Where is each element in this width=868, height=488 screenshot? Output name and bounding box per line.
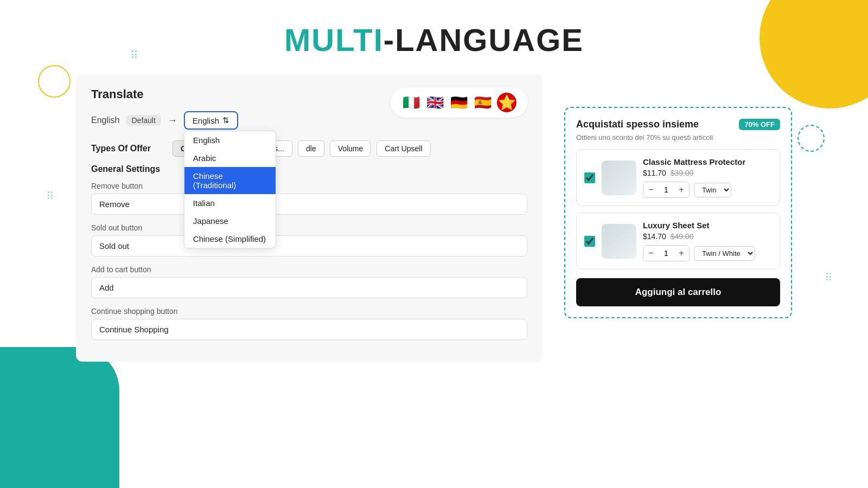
types-label: Types Of Offer: [91, 144, 167, 153]
product-2-controls: − 1 + Twin / White: [643, 245, 772, 261]
field-remove: Remove button: [91, 182, 527, 215]
dropdown-item-japanese[interactable]: Japanese: [184, 212, 276, 230]
field-remove-input[interactable]: [91, 194, 527, 215]
page-header: MULTI-LANGUAGE: [0, 0, 868, 69]
preview-title: Acquistati spesso insieme: [576, 119, 699, 130]
field-soldout-input[interactable]: [91, 235, 527, 256]
product-2-qty-control: − 1 +: [643, 245, 690, 261]
dropdown-item-italian[interactable]: Italian: [184, 194, 276, 212]
preview-subtitle: Ottieni uno sconto del 70% su questi art…: [576, 133, 780, 142]
title-black: -LANGUAGE: [384, 22, 584, 57]
lang-select-label: English: [193, 116, 219, 125]
default-badge: Default: [126, 115, 161, 126]
general-settings-title: General Settings: [91, 164, 527, 174]
product-2-name: Luxury Sheet Set: [643, 221, 772, 230]
tab-bundle[interactable]: dle: [298, 140, 324, 157]
field-continue-label: Continue shopping button: [91, 307, 527, 316]
dropdown-item-arabic[interactable]: Arabic: [184, 149, 276, 167]
product-2-qty-increase[interactable]: +: [674, 246, 689, 261]
product-2-info: Luxury Sheet Set $14.70 $49.00 − 1 + Twi…: [643, 221, 772, 261]
main-content: Translate 🇮🇹 🇬🇧 🇩🇪 🇪🇸 ⭐ English Default …: [0, 74, 868, 362]
lang-select-button[interactable]: English ⇅: [184, 111, 238, 130]
product-1-qty-increase[interactable]: +: [674, 182, 689, 197]
title-teal: MULTI: [284, 22, 384, 57]
translate-header: English Default → English ⇅ English Arab…: [91, 111, 527, 130]
field-soldout: Sold out button: [91, 223, 527, 256]
product-2-qty-value: 1: [659, 249, 674, 258]
product-1-qty-value: 1: [659, 185, 674, 194]
tab-volume[interactable]: Volume: [330, 140, 372, 157]
lang-dropdown: English Arabic Chinese (Traditional) Ita…: [184, 131, 276, 248]
product-1-qty-decrease[interactable]: −: [643, 182, 659, 197]
product-1-image: [602, 160, 636, 195]
page-title: MULTI-LANGUAGE: [284, 22, 584, 57]
product-2-image: [602, 224, 636, 259]
flag-german[interactable]: 🇩🇪: [449, 93, 469, 112]
tab-cart-upsell[interactable]: Cart Upsell: [376, 140, 430, 157]
product-card-1: Classic Mattress Protector $11.70 $39.00…: [576, 149, 780, 206]
product-2-checkbox[interactable]: [584, 236, 595, 247]
product-1-qty-control: − 1 +: [643, 182, 690, 198]
field-remove-label: Remove button: [91, 182, 527, 190]
chevron-up-down-icon: ⇅: [222, 115, 229, 125]
product-2-variant-select[interactable]: Twin / White: [694, 246, 755, 261]
lang-select-wrapper: English ⇅ English Arabic Chinese (Tradit…: [184, 111, 238, 130]
product-1-price: $11.70 $39.00: [643, 169, 772, 177]
translate-panel: Translate 🇮🇹 🇬🇧 🇩🇪 🇪🇸 ⭐ English Default …: [76, 74, 542, 362]
flag-english[interactable]: 🇬🇧: [425, 93, 445, 112]
dropdown-item-chinese-simplified[interactable]: Chinese (Simplified): [184, 230, 276, 248]
product-1-controls: − 1 + Twin: [643, 182, 772, 198]
field-continue-input[interactable]: [91, 319, 527, 340]
product-1-checkbox[interactable]: [584, 172, 595, 183]
product-card-2: Luxury Sheet Set $14.70 $49.00 − 1 + Twi…: [576, 213, 780, 269]
add-to-cart-button[interactable]: Aggiungi al carrello: [576, 278, 780, 306]
off-badge: 70% OFF: [739, 119, 780, 130]
product-2-original-price: $49.00: [671, 232, 694, 241]
field-addtocart-label: Add to cart button: [91, 265, 527, 274]
field-continue: Continue shopping button: [91, 307, 527, 340]
flag-italian[interactable]: 🇮🇹: [401, 93, 421, 112]
product-2-price: $14.70 $49.00: [643, 232, 772, 241]
dropdown-item-chinese-traditional[interactable]: Chinese (Traditional): [184, 167, 276, 194]
product-2-qty-decrease[interactable]: −: [643, 246, 659, 261]
product-preview-panel: Acquistati spesso insieme 70% OFF Ottien…: [564, 107, 792, 318]
arrow-icon: →: [168, 115, 177, 126]
source-lang-label: English: [91, 115, 119, 125]
product-1-name: Classic Mattress Protector: [643, 157, 772, 166]
field-addtocart: Add to cart button: [91, 265, 527, 298]
preview-header: Acquistati spesso insieme 70% OFF: [576, 119, 780, 130]
field-soldout-label: Sold out button: [91, 223, 527, 232]
flag-spanish[interactable]: 🇪🇸: [473, 93, 493, 112]
product-1-original-price: $39.00: [671, 169, 694, 177]
product-1-info: Classic Mattress Protector $11.70 $39.00…: [643, 157, 772, 198]
types-row: Types Of Offer General settings Cros... …: [91, 140, 527, 157]
product-1-variant-select[interactable]: Twin: [694, 183, 731, 197]
dropdown-item-english[interactable]: English: [184, 131, 276, 149]
field-addtocart-input[interactable]: [91, 277, 527, 298]
flag-star[interactable]: ⭐: [497, 93, 516, 112]
deco-teal-block: [0, 347, 119, 488]
